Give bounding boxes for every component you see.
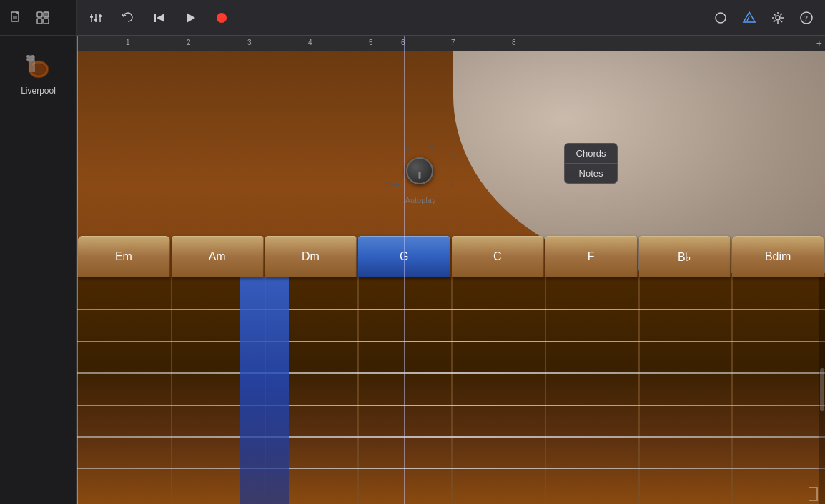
label-off: OFF: [385, 180, 400, 189]
ruler-marks: 1 2 3 4 5 6 7 8 +: [77, 36, 825, 51]
svg-text:?: ?: [804, 14, 808, 22]
svg-point-28: [217, 13, 227, 23]
string-4: [77, 405, 825, 406]
rewind-button[interactable]: [149, 8, 169, 28]
knob-indicator: [419, 172, 421, 179]
svg-rect-25: [154, 14, 156, 22]
instrument-icon: [17, 47, 60, 83]
undo-button[interactable]: [117, 8, 137, 28]
svg-point-29: [716, 13, 726, 23]
string-2: [77, 341, 825, 342]
scroll-indicator[interactable]: [819, 277, 825, 504]
ruler-mark-8: 8: [512, 39, 516, 46]
chord-c-button[interactable]: C: [452, 236, 544, 277]
toolbar-right: ?: [711, 8, 816, 28]
autoplay-knob[interactable]: [406, 157, 433, 184]
settings-button[interactable]: [768, 8, 788, 28]
chord-bb-button[interactable]: B♭: [639, 236, 731, 277]
layout-icon[interactable]: [33, 8, 53, 28]
chord-em-button[interactable]: Em: [78, 236, 170, 277]
sidebar: Liverpool: [0, 0, 77, 504]
chord-bdim-button[interactable]: Bdim: [732, 236, 824, 277]
help-button[interactable]: ?: [796, 8, 816, 28]
ruler-mark-2: 2: [187, 39, 191, 46]
string-1: [77, 309, 825, 310]
svg-rect-6: [44, 19, 49, 24]
mixer-button[interactable]: [86, 8, 106, 28]
svg-rect-23: [94, 19, 97, 21]
toolbar: ?: [77, 0, 825, 36]
ruler-mark-7: 7: [451, 39, 455, 46]
scroll-thumb: [820, 368, 824, 411]
ruler-mark-1: 1: [126, 39, 130, 46]
string-5: [77, 436, 825, 438]
label-3: 3: [452, 153, 456, 162]
autoplay-label: Autoplay: [405, 196, 436, 204]
chords-notes-popup: Chords Notes: [564, 143, 618, 184]
record-button[interactable]: [212, 8, 232, 28]
guitar-strings: [77, 277, 825, 504]
ruler-mark-5: 5: [369, 39, 373, 46]
ruler-mark-4: 4: [308, 39, 312, 46]
svg-point-17: [31, 55, 34, 58]
chord-buttons-row: Em Am Dm G C F B♭: [77, 236, 825, 277]
loop-button[interactable]: [711, 8, 731, 28]
instrument-label: Liverpool: [21, 86, 56, 96]
chord-am-button[interactable]: Am: [172, 236, 264, 277]
sidebar-instrument[interactable]: Liverpool: [0, 36, 76, 107]
string-3: [77, 372, 825, 374]
fretboard[interactable]: [77, 277, 825, 504]
playhead-line: [77, 36, 78, 504]
track-area: OFF 1 2 3 4 Autoplay Chords: [77, 51, 825, 504]
svg-rect-3: [37, 12, 42, 17]
svg-rect-24: [99, 15, 102, 17]
file-icon[interactable]: [6, 8, 26, 28]
chords-option[interactable]: Chords: [565, 144, 617, 163]
tuner-button[interactable]: [739, 8, 759, 28]
svg-point-8: [31, 64, 46, 75]
notes-option[interactable]: Notes: [565, 164, 617, 183]
autoplay-section: OFF 1 2 3 4 Autoplay: [356, 144, 485, 216]
pointer-line-2: [404, 36, 405, 504]
sidebar-top-icons: [0, 0, 76, 36]
app-container: Liverpool: [0, 0, 825, 504]
svg-marker-27: [187, 13, 195, 23]
label-1: 1: [406, 144, 410, 153]
bracket-indicator: [809, 487, 818, 501]
svg-rect-5: [37, 19, 42, 24]
chord-highlight-g: [240, 277, 289, 504]
autoplay-knob-area[interactable]: OFF 1 2 3 4: [385, 144, 456, 194]
svg-point-16: [26, 58, 29, 61]
add-section-button[interactable]: +: [816, 37, 822, 49]
svg-marker-26: [157, 14, 164, 22]
svg-rect-4: [44, 12, 49, 17]
chord-dm-button[interactable]: Dm: [265, 236, 357, 277]
main-content: OFF 1 2 3 4 Autoplay Chords: [77, 51, 825, 504]
svg-line-31: [747, 16, 749, 21]
string-6: [77, 468, 825, 469]
svg-rect-22: [90, 16, 93, 18]
chord-f-button[interactable]: F: [545, 236, 638, 277]
svg-point-32: [776, 16, 780, 20]
label-4: 4: [450, 180, 455, 189]
svg-point-18: [31, 58, 34, 61]
play-button[interactable]: [180, 8, 200, 28]
label-2: 2: [429, 144, 433, 153]
timeline-ruler: 1 2 3 4 5 6 7 8 +: [77, 36, 825, 51]
ruler-mark-3: 3: [247, 39, 252, 46]
svg-point-15: [26, 55, 29, 58]
